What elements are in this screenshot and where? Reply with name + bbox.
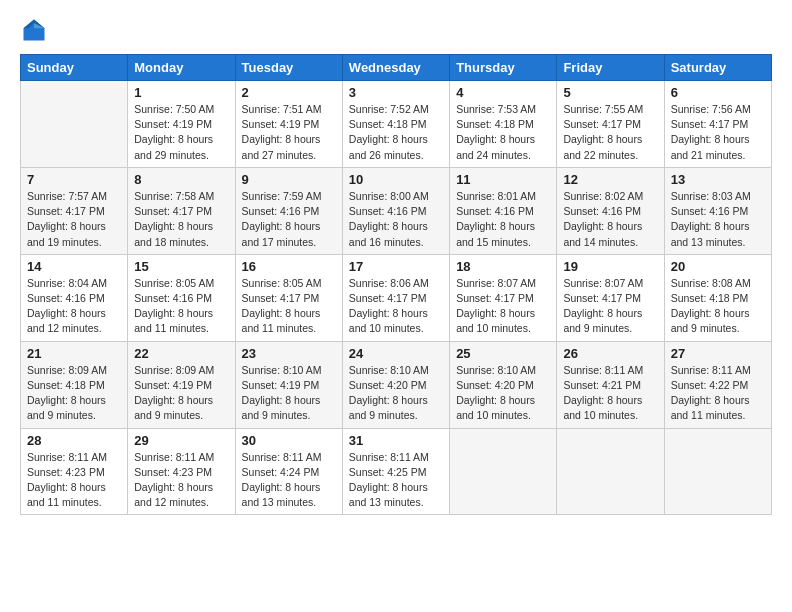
daylight-text: Daylight: 8 hours and 27 minutes. <box>242 133 321 160</box>
daylight-text: Daylight: 8 hours and 10 minutes. <box>349 307 428 334</box>
sunset-text: Sunset: 4:17 PM <box>242 292 320 304</box>
calendar-cell: 12Sunrise: 8:02 AMSunset: 4:16 PMDayligh… <box>557 167 664 254</box>
day-info: Sunrise: 7:50 AMSunset: 4:19 PMDaylight:… <box>134 102 228 163</box>
day-info: Sunrise: 8:06 AMSunset: 4:17 PMDaylight:… <box>349 276 443 337</box>
day-info: Sunrise: 8:05 AMSunset: 4:16 PMDaylight:… <box>134 276 228 337</box>
day-info: Sunrise: 8:07 AMSunset: 4:17 PMDaylight:… <box>563 276 657 337</box>
calendar-cell: 10Sunrise: 8:00 AMSunset: 4:16 PMDayligh… <box>342 167 449 254</box>
sunrise-text: Sunrise: 7:56 AM <box>671 103 751 115</box>
daylight-text: Daylight: 8 hours and 24 minutes. <box>456 133 535 160</box>
sunrise-text: Sunrise: 8:11 AM <box>242 451 322 463</box>
sunset-text: Sunset: 4:17 PM <box>134 205 212 217</box>
column-header-wednesday: Wednesday <box>342 55 449 81</box>
header <box>20 16 772 44</box>
sunset-text: Sunset: 4:18 PM <box>349 118 427 130</box>
day-info: Sunrise: 8:04 AMSunset: 4:16 PMDaylight:… <box>27 276 121 337</box>
daylight-text: Daylight: 8 hours and 9 minutes. <box>563 307 642 334</box>
sunset-text: Sunset: 4:20 PM <box>349 379 427 391</box>
day-number: 7 <box>27 172 121 187</box>
calendar-table: SundayMondayTuesdayWednesdayThursdayFrid… <box>20 54 772 515</box>
day-info: Sunrise: 8:10 AMSunset: 4:20 PMDaylight:… <box>456 363 550 424</box>
day-number: 2 <box>242 85 336 100</box>
daylight-text: Daylight: 8 hours and 14 minutes. <box>563 220 642 247</box>
logo-icon <box>20 16 48 44</box>
day-number: 9 <box>242 172 336 187</box>
day-info: Sunrise: 7:51 AMSunset: 4:19 PMDaylight:… <box>242 102 336 163</box>
daylight-text: Daylight: 8 hours and 22 minutes. <box>563 133 642 160</box>
logo <box>20 16 52 44</box>
daylight-text: Daylight: 8 hours and 10 minutes. <box>456 394 535 421</box>
daylight-text: Daylight: 8 hours and 11 minutes. <box>242 307 321 334</box>
calendar-cell: 18Sunrise: 8:07 AMSunset: 4:17 PMDayligh… <box>450 254 557 341</box>
day-number: 14 <box>27 259 121 274</box>
day-number: 13 <box>671 172 765 187</box>
day-info: Sunrise: 8:11 AMSunset: 4:25 PMDaylight:… <box>349 450 443 511</box>
sunrise-text: Sunrise: 8:10 AM <box>242 364 322 376</box>
day-number: 12 <box>563 172 657 187</box>
sunset-text: Sunset: 4:19 PM <box>242 118 320 130</box>
sunrise-text: Sunrise: 8:09 AM <box>27 364 107 376</box>
day-number: 20 <box>671 259 765 274</box>
day-info: Sunrise: 8:09 AMSunset: 4:19 PMDaylight:… <box>134 363 228 424</box>
column-header-friday: Friday <box>557 55 664 81</box>
calendar-cell: 14Sunrise: 8:04 AMSunset: 4:16 PMDayligh… <box>21 254 128 341</box>
sunrise-text: Sunrise: 8:11 AM <box>134 451 214 463</box>
day-info: Sunrise: 8:07 AMSunset: 4:17 PMDaylight:… <box>456 276 550 337</box>
day-info: Sunrise: 7:57 AMSunset: 4:17 PMDaylight:… <box>27 189 121 250</box>
sunset-text: Sunset: 4:16 PM <box>242 205 320 217</box>
sunset-text: Sunset: 4:17 PM <box>349 292 427 304</box>
sunrise-text: Sunrise: 8:04 AM <box>27 277 107 289</box>
sunset-text: Sunset: 4:16 PM <box>563 205 641 217</box>
daylight-text: Daylight: 8 hours and 9 minutes. <box>349 394 428 421</box>
week-row-3: 14Sunrise: 8:04 AMSunset: 4:16 PMDayligh… <box>21 254 772 341</box>
day-info: Sunrise: 7:56 AMSunset: 4:17 PMDaylight:… <box>671 102 765 163</box>
column-header-sunday: Sunday <box>21 55 128 81</box>
day-info: Sunrise: 8:09 AMSunset: 4:18 PMDaylight:… <box>27 363 121 424</box>
daylight-text: Daylight: 8 hours and 9 minutes. <box>242 394 321 421</box>
sunrise-text: Sunrise: 8:11 AM <box>671 364 751 376</box>
daylight-text: Daylight: 8 hours and 9 minutes. <box>671 307 750 334</box>
calendar-cell: 15Sunrise: 8:05 AMSunset: 4:16 PMDayligh… <box>128 254 235 341</box>
day-number: 16 <box>242 259 336 274</box>
day-info: Sunrise: 8:00 AMSunset: 4:16 PMDaylight:… <box>349 189 443 250</box>
calendar-cell: 3Sunrise: 7:52 AMSunset: 4:18 PMDaylight… <box>342 81 449 168</box>
daylight-text: Daylight: 8 hours and 18 minutes. <box>134 220 213 247</box>
daylight-text: Daylight: 8 hours and 13 minutes. <box>349 481 428 508</box>
svg-marker-2 <box>34 23 45 28</box>
week-row-2: 7Sunrise: 7:57 AMSunset: 4:17 PMDaylight… <box>21 167 772 254</box>
sunset-text: Sunset: 4:16 PM <box>27 292 105 304</box>
calendar-cell <box>450 428 557 515</box>
daylight-text: Daylight: 8 hours and 13 minutes. <box>242 481 321 508</box>
calendar-cell: 28Sunrise: 8:11 AMSunset: 4:23 PMDayligh… <box>21 428 128 515</box>
sunrise-text: Sunrise: 7:53 AM <box>456 103 536 115</box>
sunrise-text: Sunrise: 7:59 AM <box>242 190 322 202</box>
calendar-cell <box>21 81 128 168</box>
daylight-text: Daylight: 8 hours and 13 minutes. <box>671 220 750 247</box>
calendar-cell: 20Sunrise: 8:08 AMSunset: 4:18 PMDayligh… <box>664 254 771 341</box>
calendar-cell: 25Sunrise: 8:10 AMSunset: 4:20 PMDayligh… <box>450 341 557 428</box>
daylight-text: Daylight: 8 hours and 16 minutes. <box>349 220 428 247</box>
sunrise-text: Sunrise: 8:08 AM <box>671 277 751 289</box>
day-number: 24 <box>349 346 443 361</box>
daylight-text: Daylight: 8 hours and 12 minutes. <box>27 307 106 334</box>
sunrise-text: Sunrise: 8:10 AM <box>349 364 429 376</box>
sunrise-text: Sunrise: 8:06 AM <box>349 277 429 289</box>
day-number: 15 <box>134 259 228 274</box>
day-info: Sunrise: 8:11 AMSunset: 4:23 PMDaylight:… <box>134 450 228 511</box>
day-number: 11 <box>456 172 550 187</box>
calendar-cell: 7Sunrise: 7:57 AMSunset: 4:17 PMDaylight… <box>21 167 128 254</box>
week-row-5: 28Sunrise: 8:11 AMSunset: 4:23 PMDayligh… <box>21 428 772 515</box>
day-number: 1 <box>134 85 228 100</box>
day-number: 4 <box>456 85 550 100</box>
day-info: Sunrise: 8:11 AMSunset: 4:24 PMDaylight:… <box>242 450 336 511</box>
week-row-1: 1Sunrise: 7:50 AMSunset: 4:19 PMDaylight… <box>21 81 772 168</box>
daylight-text: Daylight: 8 hours and 11 minutes. <box>134 307 213 334</box>
calendar-cell: 23Sunrise: 8:10 AMSunset: 4:19 PMDayligh… <box>235 341 342 428</box>
sunset-text: Sunset: 4:22 PM <box>671 379 749 391</box>
day-info: Sunrise: 8:03 AMSunset: 4:16 PMDaylight:… <box>671 189 765 250</box>
daylight-text: Daylight: 8 hours and 26 minutes. <box>349 133 428 160</box>
day-info: Sunrise: 7:52 AMSunset: 4:18 PMDaylight:… <box>349 102 443 163</box>
daylight-text: Daylight: 8 hours and 19 minutes. <box>27 220 106 247</box>
day-number: 8 <box>134 172 228 187</box>
sunset-text: Sunset: 4:25 PM <box>349 466 427 478</box>
